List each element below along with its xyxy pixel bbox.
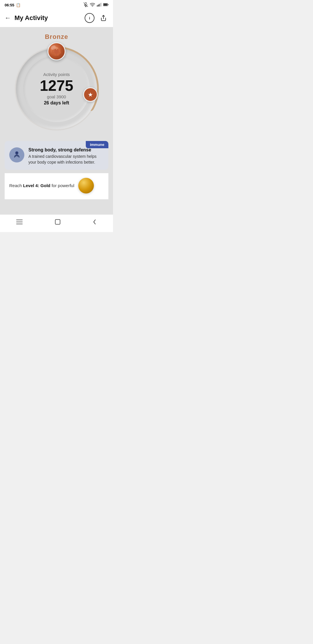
next-level-inner: Reach Level 4: Gold for powerful: [9, 178, 104, 193]
share-button[interactable]: [99, 13, 108, 23]
mute-icon: [83, 2, 88, 8]
next-level-prefix: Reach: [9, 183, 23, 188]
svg-rect-4: [97, 5, 97, 6]
status-bar: 06:55 📋: [0, 0, 113, 10]
info-icon: i: [89, 16, 90, 20]
info-card-text-block: Strong body, strong defense A trained ca…: [28, 147, 104, 165]
star-badge-icon: ★: [83, 87, 98, 102]
status-time: 06:55: [5, 3, 14, 7]
clipboard-icon: 📋: [16, 3, 21, 7]
info-card: immune Strong body, strong defense A tra…: [5, 141, 108, 170]
svg-rect-8: [101, 3, 101, 7]
info-card-badge: immune: [86, 141, 108, 148]
svg-rect-7: [100, 3, 101, 6]
svg-rect-10: [108, 4, 108, 5]
info-button[interactable]: i: [85, 13, 94, 23]
nav-menu-button[interactable]: [16, 219, 23, 227]
wifi-icon: [90, 3, 95, 8]
header-actions: i: [85, 13, 108, 23]
next-level-suffix: for powerful: [50, 183, 74, 188]
status-icons: [83, 2, 108, 8]
next-level-gold: Level 4: Gold: [23, 183, 50, 188]
svg-rect-6: [99, 4, 99, 7]
battery-icon: [103, 3, 108, 7]
circle-inner: Activity points 1275 goal 3900 26 days l…: [23, 55, 90, 122]
page-title: My Activity: [14, 14, 85, 22]
level-label: Bronze: [45, 33, 68, 41]
info-card-content: Strong body, strong defense A trained ca…: [9, 147, 104, 165]
svg-rect-26: [55, 220, 60, 225]
signal-icon: [97, 3, 101, 8]
nav-back-button[interactable]: [92, 219, 97, 227]
bronze-gem-icon: [48, 42, 65, 60]
activity-label: Activity points: [43, 72, 70, 77]
nav-home-button[interactable]: [54, 219, 61, 227]
next-level-section: Reach Level 4: Gold for powerful: [5, 173, 108, 199]
next-level-text: Reach Level 4: Gold for powerful: [9, 182, 74, 189]
svg-rect-5: [98, 5, 99, 6]
bottom-nav: [0, 214, 113, 232]
page-header: ← My Activity i: [0, 10, 113, 27]
activity-circle: Activity points 1275 goal 3900 26 days l…: [13, 45, 100, 132]
activity-goal: goal 3900: [47, 94, 66, 99]
svg-point-3: [92, 6, 93, 7]
svg-rect-11: [103, 4, 107, 6]
activity-person-icon: [9, 147, 24, 162]
status-time-area: 06:55 📋: [5, 3, 21, 7]
main-content: Bronze Activity points 1275 goal 3900 26…: [0, 27, 113, 214]
activity-points-value: 1275: [40, 78, 73, 93]
activity-days-left: 26 days left: [44, 100, 69, 106]
gold-coin-icon: [78, 178, 94, 193]
info-card-description: A trained cardiovascular system helps yo…: [28, 154, 104, 165]
back-button[interactable]: ←: [5, 14, 11, 22]
